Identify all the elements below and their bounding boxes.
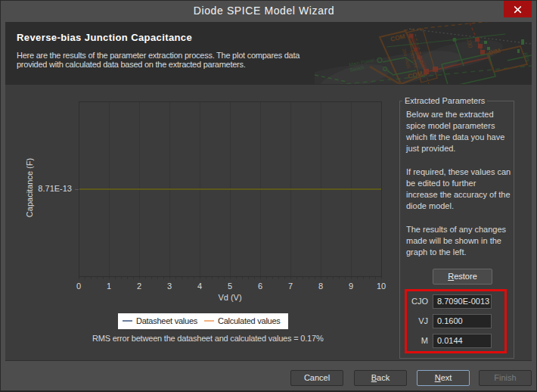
svg-text:R21: R21: [523, 52, 530, 63]
